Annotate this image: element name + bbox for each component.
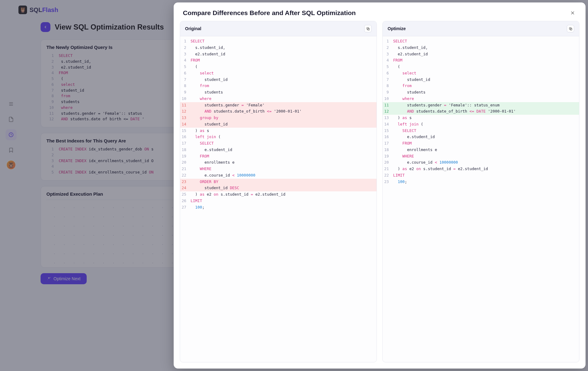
code-line: 1SELECT [180,38,377,45]
code-line: 13 ) as s [383,115,579,121]
code-line: 27 100; [180,204,377,211]
code-line: 22LIMIT [383,172,579,179]
copy-icon [569,27,573,31]
code-line: 21 ) as e2 on s.student_id = e2.student_… [383,166,579,172]
code-line: 16 e.student_id [383,134,579,140]
code-line: 3 e2.student_id [180,51,377,58]
code-line: 4FROM [180,57,377,64]
code-line: 16 left join ( [180,134,377,140]
code-line: 24 student_id DESC [180,185,377,191]
code-line: 11 students.gender = 'Female' [180,102,377,109]
pane-optimize: Optimize 1SELECT2 s.student_id,3 e2.stud… [382,21,579,362]
code-line: 25 ) as e2 on s.student_id = e2.student_… [180,191,377,198]
code-line: 8 from [383,83,579,89]
code-line: 17 FROM [383,140,579,147]
code-line: 6 select [383,70,579,77]
code-line: 11 students.gender = 'Female':: status_e… [383,102,579,109]
pane-original-label: Original [185,26,201,31]
copy-icon [366,27,370,31]
code-line: 22 e.course_id < 10000000 [180,172,377,179]
code-line: 19 FROM [180,153,377,160]
code-line: 1SELECT [383,38,579,45]
code-line: 2 s.student_id, [383,45,579,51]
pane-optimize-label: Optimize [388,26,406,31]
close-icon [570,10,575,16]
code-line: 13 group by [180,115,377,121]
code-line: 23 100; [383,179,579,185]
code-line: 9 students [383,89,579,96]
pane-optimize-code[interactable]: 1SELECT2 s.student_id,3 e2.student_id4FR… [383,36,579,362]
code-line: 7 student_id [383,77,579,83]
pane-original: Original 1SELECT2 s.student_id,3 e2.stud… [180,21,377,362]
code-line: 21 WHERE [180,166,377,172]
code-line: 18 e.student_id [180,147,377,153]
code-line: 17 SELECT [180,140,377,147]
close-button[interactable] [569,9,576,17]
code-line: 10 where [180,96,377,102]
code-line: 5 ( [383,64,579,70]
code-line: 19 WHERE [383,153,579,160]
code-line: 26LIMIT [180,198,377,204]
copy-original-button[interactable] [364,25,372,32]
code-line: 3 e2.student_id [383,51,579,58]
code-line: 5 ( [180,64,377,70]
code-line: 10 where [383,96,579,102]
code-line: 2 s.student_id, [180,45,377,51]
pane-original-code[interactable]: 1SELECT2 s.student_id,3 e2.student_id4FR… [180,36,377,362]
code-line: 23 ORDER BY [180,179,377,185]
code-line: 12 AND students.date_of_birth <= DATE '2… [383,108,579,115]
code-line: 15 SELECT [383,128,579,134]
modal-title: Compare Differences Before and After SQL… [183,9,356,17]
code-line: 20 enrollments e [180,159,377,166]
code-line: 7 student_id [180,77,377,83]
code-line: 20 e.course_id < 10000000 [383,159,579,166]
code-line: 12 AND students.date_of_birth <= '2000-0… [180,108,377,115]
code-line: 8 from [180,83,377,89]
modal-overlay[interactable]: Compare Differences Before and After SQL… [0,0,588,371]
copy-optimize-button[interactable] [567,25,574,32]
code-line: 14 student_id [180,121,377,128]
code-line: 4FROM [383,57,579,64]
code-line: 9 students [180,89,377,96]
code-line: 18 enrollments e [383,147,579,153]
code-line: 15 ) as s [180,128,377,134]
code-line: 6 select [180,70,377,77]
code-line: 14 left join ( [383,121,579,128]
compare-modal: Compare Differences Before and After SQL… [174,2,586,369]
